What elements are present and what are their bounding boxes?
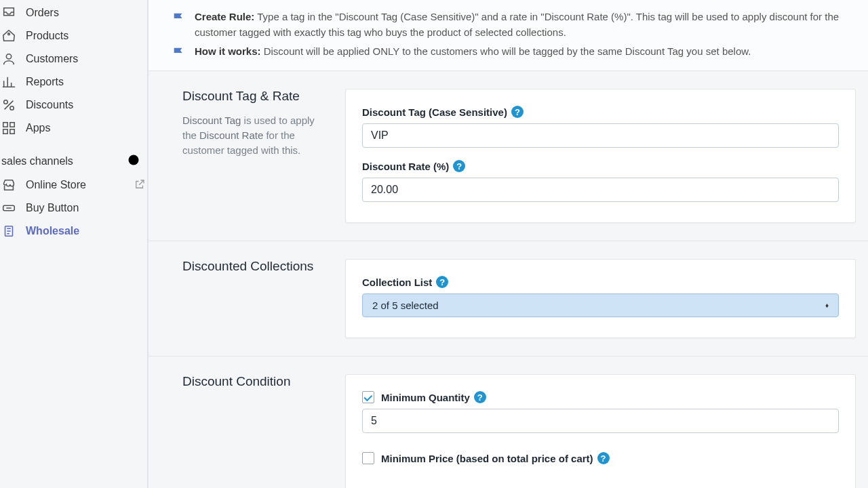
sort-icon: ♦ (825, 302, 829, 309)
channel-buy-button[interactable]: Buy Button (0, 197, 147, 220)
help-icon[interactable]: ? (474, 391, 486, 403)
sidebar: Orders Products Customers Reports Discou… (0, 0, 148, 488)
button-icon (1, 201, 16, 216)
store-icon (1, 178, 16, 192)
svg-rect-7 (10, 129, 14, 134)
min-qty-checkbox[interactable] (362, 391, 374, 403)
clipboard-icon (1, 224, 16, 239)
svg-rect-5 (10, 123, 14, 127)
channel-wholesale[interactable]: Wholesale (0, 220, 147, 243)
channel-label: Online Store (26, 179, 86, 191)
discount-rate-input[interactable] (362, 178, 839, 202)
notice-text: How it works: Discount will be applied O… (195, 44, 751, 62)
flag-icon (172, 9, 186, 40)
section-condition: Discount Condition Minimum Quantity ? Mi… (149, 357, 868, 488)
min-price-checkbox[interactable] (362, 452, 374, 464)
collection-multiselect[interactable]: 2 of 5 selected ♦ (362, 293, 839, 317)
sidebar-item-label: Products (26, 30, 68, 42)
notice-create-rule: Create Rule: Type a tag in the "Discount… (172, 9, 846, 40)
grid-icon (1, 121, 16, 136)
percent-icon (1, 98, 16, 113)
notice-label: How it works: (195, 45, 261, 57)
sidebar-item-label: Discounts (26, 99, 73, 111)
notice-box: Create Rule: Type a tag in the "Discount… (149, 0, 868, 70)
svg-point-3 (10, 106, 14, 110)
sidebar-item-label: Reports (26, 76, 64, 88)
channel-online-store[interactable]: Online Store (0, 174, 147, 197)
user-icon (1, 52, 16, 66)
notice-text: Create Rule: Type a tag in the "Discount… (195, 9, 846, 40)
flag-icon (172, 44, 186, 62)
discount-tag-input[interactable] (362, 123, 839, 148)
sidebar-item-products[interactable]: Products (0, 24, 147, 47)
channel-label: Wholesale (26, 225, 79, 237)
collection-list-label: Collection List ? (362, 276, 839, 288)
help-icon[interactable]: ? (511, 106, 524, 118)
sales-channels-header: sales channels (0, 140, 147, 174)
sales-channels-label: sales channels (1, 155, 73, 167)
svg-point-2 (4, 100, 8, 104)
card-collections: Collection List ? 2 of 5 selected ♦ (345, 259, 856, 338)
sidebar-item-reports[interactable]: Reports (0, 70, 147, 94)
tag-icon (1, 28, 16, 43)
multiselect-value: 2 of 5 selected (372, 300, 439, 311)
notice-label: Create Rule: (195, 11, 254, 22)
sidebar-item-label: Orders (26, 7, 59, 19)
sidebar-item-orders[interactable]: Orders (0, 1, 147, 24)
min-price-label: Minimum Price (based on total price of c… (381, 452, 610, 464)
help-icon[interactable]: ? (597, 452, 610, 464)
discount-rate-label: Discount Rate (%) ? (362, 160, 839, 172)
svg-point-8 (129, 155, 139, 165)
svg-point-1 (6, 54, 11, 59)
bar-chart-icon (1, 75, 16, 89)
sidebar-item-apps[interactable]: Apps (0, 117, 147, 140)
min-qty-input[interactable] (362, 409, 839, 433)
notice-how-it-works: How it works: Discount will be applied O… (172, 44, 846, 62)
external-link-icon[interactable] (134, 178, 146, 192)
min-qty-label: Minimum Quantity ? (381, 391, 486, 403)
card-tag-rate: Discount Tag (Case Sensitive) ? Discount… (345, 89, 856, 223)
sidebar-item-label: Customers (26, 53, 78, 65)
section-collections: Discounted Collections Collection List ?… (149, 241, 868, 356)
help-icon[interactable]: ? (453, 160, 465, 172)
plus-circle-icon[interactable] (127, 153, 140, 169)
help-icon[interactable]: ? (436, 276, 448, 288)
main-content: Create Rule: Type a tag in the "Discount… (148, 0, 868, 488)
section-title: Discounted Collections (182, 259, 326, 274)
inbox-icon (1, 5, 16, 20)
section-desc: Discount Tag is used to apply the Discou… (182, 113, 326, 157)
channel-label: Buy Button (26, 202, 79, 214)
discount-tag-label: Discount Tag (Case Sensitive) ? (362, 106, 839, 118)
card-condition: Minimum Quantity ? Minimum Price (based … (345, 374, 856, 488)
section-title: Discount Tag & Rate (182, 89, 326, 104)
svg-point-0 (8, 33, 10, 35)
sidebar-item-label: Apps (26, 122, 50, 134)
section-title: Discount Condition (182, 374, 326, 389)
section-tag-rate: Discount Tag & Rate Discount Tag is used… (149, 71, 868, 241)
sidebar-item-customers[interactable]: Customers (0, 47, 147, 70)
sidebar-item-discounts[interactable]: Discounts (0, 94, 147, 117)
svg-rect-4 (3, 123, 7, 127)
svg-rect-6 (3, 129, 7, 134)
